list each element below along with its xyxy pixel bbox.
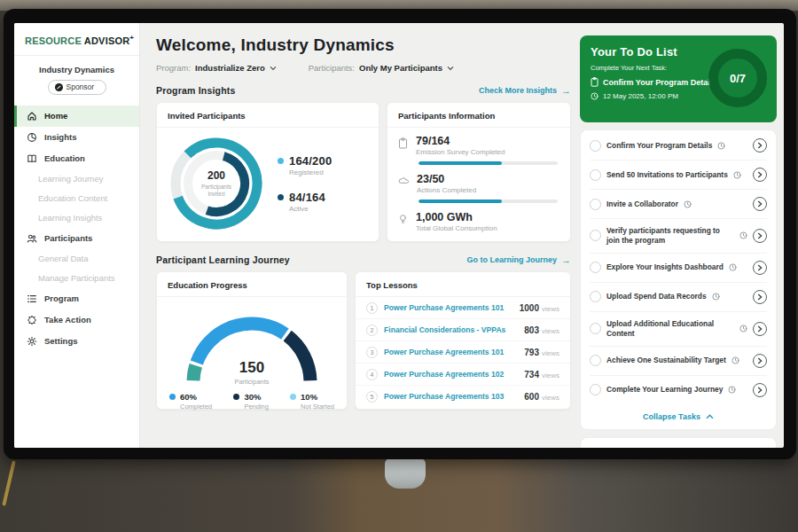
sidebar-item-home[interactable]: Home — [14, 106, 139, 127]
chevron-up-icon — [706, 414, 714, 419]
legend-label: Not Started — [301, 403, 334, 411]
sidebar: RESOURCE ADVISOR+ Industry Dynamics Spon… — [14, 23, 140, 448]
participants-information-title: Participants Information — [387, 103, 570, 128]
recent-news-title: Recent News — [591, 447, 765, 448]
insights-cards-row: Invited Participants 200 Participants In… — [156, 102, 571, 242]
gauge-center-label: Participants — [170, 378, 333, 386]
right-panel: Your To Do List Complete Your Next Task:… — [580, 35, 777, 448]
sidebar-item-label: Learning Insights — [38, 213, 102, 223]
sidebar-item-label: Learning Journey — [38, 174, 103, 184]
task-row: Complete Your Learning Journey — [590, 376, 767, 404]
task-open-button[interactable] — [753, 290, 767, 304]
legend-label: Active — [289, 205, 325, 213]
participants-filter-label: Participants: — [309, 63, 355, 73]
task-open-button[interactable] — [753, 383, 767, 397]
sidebar-item-settings[interactable]: Settings — [14, 331, 139, 352]
chevron-right-icon — [757, 232, 763, 239]
views-suffix: views — [542, 305, 559, 313]
gauge-chart: 150 Participants — [170, 301, 333, 386]
legend-dot — [233, 394, 239, 400]
sidebar-item-learning-insights[interactable]: Learning Insights — [14, 208, 139, 228]
lesson-link[interactable]: Power Purchase Agreements 101 — [384, 348, 518, 356]
chevron-down-icon — [270, 66, 277, 71]
metric-value: 1,000 GWh — [416, 211, 497, 223]
sidebar-item-education[interactable]: Education — [14, 148, 139, 169]
take-action-icon — [27, 315, 37, 325]
sponsor-label: Sponsor — [66, 82, 95, 91]
sponsor-badge[interactable]: Sponsor — [48, 80, 106, 95]
task-open-button[interactable] — [753, 354, 767, 368]
task-checkbox[interactable] — [590, 169, 601, 181]
lesson-link[interactable]: Power Purchase Agreements 102 — [384, 370, 518, 379]
task-open-button[interactable] — [753, 261, 767, 275]
task-clock-icon — [712, 293, 720, 301]
program-filter[interactable]: Program: Industrialize Zero — [156, 63, 277, 73]
task-clock-icon — [733, 171, 741, 179]
task-checkbox[interactable] — [590, 384, 601, 395]
sidebar-item-program[interactable]: Program — [14, 288, 139, 309]
survey-icon — [398, 137, 408, 149]
metric-survey: 79/164 Emission Survey Completed — [398, 135, 559, 156]
task-label: Explore Your Insights Dashboard — [606, 262, 724, 272]
sidebar-item-label: Manage Participants — [38, 273, 115, 283]
lesson-row[interactable]: 4 Power Purchase Agreements 102 734views — [356, 364, 570, 386]
sidebar-item-manage-participants[interactable]: Manage Participants — [14, 269, 139, 288]
task-checkbox[interactable] — [590, 355, 601, 366]
task-checkbox[interactable] — [590, 140, 601, 152]
lesson-row[interactable]: 1 Power Purchase Agreements 101 1000view… — [356, 297, 570, 319]
gauge-legend: 60% Completed 30% Pending — [157, 386, 347, 411]
lesson-row[interactable]: 2 Financial Considerations - VPPAs 803vi… — [356, 319, 570, 341]
check-more-insights-link[interactable]: Check More Insights → — [479, 86, 571, 96]
task-checkbox[interactable] — [590, 199, 601, 210]
consumption-icon — [398, 214, 408, 225]
task-checkbox[interactable] — [590, 230, 601, 241]
task-open-button[interactable] — [753, 322, 767, 336]
sidebar-item-take-action[interactable]: Take Action — [14, 309, 139, 331]
chevron-right-icon — [757, 264, 763, 271]
collapse-label: Collapse Tasks — [643, 412, 700, 421]
insights-icon — [27, 132, 37, 143]
program-insights-title: Program Insights — [156, 85, 236, 96]
lesson-link[interactable]: Financial Considerations - VPPAs — [384, 325, 518, 334]
legend-pending: 30% Pending — [233, 392, 269, 411]
sidebar-item-participants[interactable]: Participants — [14, 228, 139, 249]
participants-information-card: Participants Information 79/164 Emission… — [387, 102, 571, 242]
task-label: Upload Additional Educational Content — [606, 319, 734, 339]
task-open-button[interactable] — [753, 168, 767, 182]
chevron-right-icon — [757, 357, 763, 364]
views-suffix: views — [542, 394, 559, 402]
go-to-learning-journey-link[interactable]: Go to Learning Journey → — [466, 255, 571, 265]
lesson-row[interactable]: 3 Power Purchase Agreements 101 793views — [356, 341, 570, 364]
org-name: Industry Dynamics — [14, 65, 139, 74]
task-checkbox[interactable] — [590, 291, 601, 302]
sidebar-item-education-content[interactable]: Education Content — [14, 189, 139, 208]
task-checkbox[interactable] — [590, 262, 601, 273]
task-open-button[interactable] — [753, 229, 767, 243]
lesson-row[interactable]: 5 Power Purchase Agreements 103 600views — [356, 386, 570, 407]
collapse-tasks-link[interactable]: Collapse Tasks — [590, 404, 767, 426]
task-label: Achieve One Sustainability Target — [606, 356, 726, 365]
lesson-link[interactable]: Power Purchase Agreements 101 — [384, 303, 513, 312]
sidebar-item-label: Home — [44, 111, 67, 121]
legend-registered: 164/200 Registered — [278, 154, 332, 176]
todo-progress-value: 0/7 — [730, 72, 746, 85]
dashboard-screen: RESOURCE ADVISOR+ Industry Dynamics Spon… — [14, 23, 784, 448]
sidebar-item-learning-journey[interactable]: Learning Journey — [14, 169, 139, 189]
task-open-button[interactable] — [753, 138, 767, 153]
sidebar-item-insights[interactable]: Insights — [14, 127, 139, 148]
participants-filter[interactable]: Participants: Only My Participants — [309, 63, 454, 73]
legend-active: 84/164 Active — [278, 191, 332, 213]
lesson-link[interactable]: Power Purchase Agreements 103 — [384, 392, 518, 401]
sidebar-item-label: Take Action — [44, 315, 91, 325]
sidebar-item-general-data[interactable]: General Data — [14, 249, 139, 269]
task-open-button[interactable] — [753, 197, 767, 211]
todo-next-task-label: Confirm Your Program Details — [603, 78, 716, 87]
program-insights-header: Program Insights Check More Insights → — [156, 85, 571, 96]
metric-value: 23/50 — [417, 173, 476, 185]
sidebar-item-label: Participants — [44, 233, 92, 243]
metric-label: Emission Survey Completed — [416, 148, 505, 156]
lesson-rank: 5 — [366, 391, 378, 403]
sidebar-item-label: Education Content — [38, 193, 107, 203]
task-checkbox[interactable] — [590, 323, 601, 334]
legend-value: 60% — [180, 392, 212, 402]
